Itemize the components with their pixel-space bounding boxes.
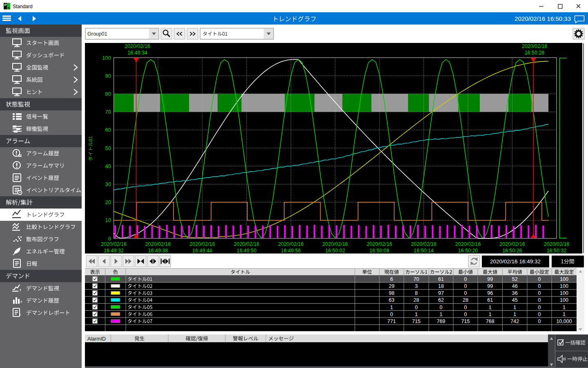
svg-text:0: 0 <box>440 305 443 310</box>
svg-text:0: 0 <box>538 283 541 289</box>
svg-text:16:49:50: 16:49:50 <box>236 248 256 254</box>
svg-text:96: 96 <box>487 290 493 296</box>
svg-text:0: 0 <box>538 319 541 324</box>
svg-text:98: 98 <box>389 290 394 296</box>
svg-text:771: 771 <box>388 319 396 324</box>
svg-text:70: 70 <box>105 109 111 115</box>
svg-text:0: 0 <box>538 297 541 303</box>
svg-text:0: 0 <box>464 312 467 317</box>
svg-text:P: P <box>4 3 7 7</box>
svg-text:16:49:44: 16:49:44 <box>192 248 212 254</box>
svg-text:769: 769 <box>437 319 445 324</box>
svg-text:63: 63 <box>389 297 394 303</box>
svg-text:100: 100 <box>560 283 568 289</box>
svg-text:61: 61 <box>487 297 493 303</box>
svg-text:2020/02/16 16:50:33: 2020/02/16 16:50:33 <box>514 15 571 22</box>
svg-text:97: 97 <box>438 290 444 296</box>
svg-text:0: 0 <box>415 305 418 310</box>
svg-text:B: B <box>8 6 10 10</box>
svg-text:50: 50 <box>105 145 111 151</box>
svg-text:1: 1 <box>563 312 566 317</box>
svg-text:742: 742 <box>510 319 519 324</box>
svg-text:29: 29 <box>389 283 394 289</box>
svg-text:61: 61 <box>438 276 444 282</box>
svg-text:16:50:14: 16:50:14 <box>414 248 434 254</box>
svg-text:36: 36 <box>512 290 518 296</box>
svg-text:16:49:38: 16:49:38 <box>148 248 168 254</box>
svg-text:0: 0 <box>464 290 467 296</box>
svg-text:2020/02/16: 2020/02/16 <box>234 241 260 247</box>
svg-text:70: 70 <box>414 276 419 282</box>
svg-text:20: 20 <box>105 199 111 205</box>
svg-text:40: 40 <box>105 163 111 169</box>
svg-text:1: 1 <box>563 305 566 310</box>
svg-text:100: 100 <box>560 276 568 282</box>
svg-text:10,000: 10,000 <box>556 319 572 324</box>
svg-text:2020/02/16: 2020/02/16 <box>522 43 548 49</box>
svg-text:16:49:32: 16:49:32 <box>104 248 124 254</box>
svg-text:2020/02/16: 2020/02/16 <box>411 241 437 247</box>
svg-text:1: 1 <box>489 305 492 310</box>
svg-text:715: 715 <box>412 319 421 324</box>
svg-text:16:50:02: 16:50:02 <box>325 248 345 254</box>
svg-text:45: 45 <box>512 297 518 303</box>
svg-text:2020/02/16: 2020/02/16 <box>278 241 304 247</box>
svg-text:2020/02/16: 2020/02/16 <box>544 241 570 247</box>
svg-text:16:50:28: 16:50:28 <box>525 50 545 56</box>
svg-text:1: 1 <box>513 305 516 310</box>
svg-text:2020/02/16: 2020/02/16 <box>125 43 150 49</box>
svg-text:8: 8 <box>415 290 418 296</box>
svg-text:100: 100 <box>560 297 568 303</box>
svg-text:3: 3 <box>415 283 418 289</box>
svg-text:18: 18 <box>438 283 444 289</box>
svg-text:2020/02/16: 2020/02/16 <box>367 241 392 247</box>
svg-text:0: 0 <box>538 305 541 310</box>
svg-text:1: 1 <box>415 312 418 317</box>
svg-text:0: 0 <box>538 312 541 317</box>
svg-text:46: 46 <box>512 283 518 289</box>
svg-text:1: 1 <box>440 312 443 317</box>
svg-text:28: 28 <box>414 297 419 303</box>
svg-text:Standard: Standard <box>13 4 33 9</box>
svg-text:0: 0 <box>538 290 541 296</box>
svg-text:100: 100 <box>102 55 111 61</box>
svg-text:2020/02/16: 2020/02/16 <box>145 241 171 247</box>
svg-text:0: 0 <box>390 312 393 317</box>
svg-text:16:50:32: 16:50:32 <box>547 248 567 254</box>
svg-text:0: 0 <box>464 283 467 289</box>
svg-text:0: 0 <box>538 276 541 282</box>
svg-text:1: 1 <box>390 305 393 310</box>
svg-text:16:49:34: 16:49:34 <box>127 50 147 56</box>
svg-text:16:50:26: 16:50:26 <box>502 248 522 254</box>
svg-text:2020/02/16: 2020/02/16 <box>499 241 525 247</box>
svg-text:16:50:08: 16:50:08 <box>370 248 390 254</box>
svg-text:30: 30 <box>105 181 111 187</box>
svg-text:90: 90 <box>105 73 111 79</box>
svg-text:99: 99 <box>487 276 493 282</box>
svg-text:10: 10 <box>105 217 111 223</box>
svg-text:768: 768 <box>486 319 494 324</box>
svg-text:2020/02/16: 2020/02/16 <box>189 241 215 247</box>
svg-text:0: 0 <box>464 276 467 282</box>
svg-text:100: 100 <box>560 290 568 296</box>
svg-text:AlarmID: AlarmID <box>87 336 106 342</box>
svg-text:0: 0 <box>464 305 467 310</box>
svg-text:6: 6 <box>390 276 393 282</box>
svg-text:16:50:20: 16:50:20 <box>458 248 478 254</box>
svg-text:0: 0 <box>108 236 111 242</box>
svg-text:60: 60 <box>105 127 111 133</box>
svg-text:52: 52 <box>512 276 518 282</box>
svg-text:1: 1 <box>489 312 492 317</box>
svg-text:Group01: Group01 <box>87 31 107 37</box>
svg-text:16:49:56: 16:49:56 <box>281 248 301 254</box>
svg-text:62: 62 <box>438 297 444 303</box>
svg-text:2020/02/16: 2020/02/16 <box>101 241 127 247</box>
svg-text:2020/02/16 16:49:32: 2020/02/16 16:49:32 <box>490 258 541 265</box>
svg-text:2020/02/16: 2020/02/16 <box>323 241 348 247</box>
svg-text:1: 1 <box>513 312 516 317</box>
svg-text:715: 715 <box>461 319 470 324</box>
svg-text:28: 28 <box>463 297 468 303</box>
svg-text:2020/02/16: 2020/02/16 <box>455 241 481 247</box>
svg-text:99: 99 <box>487 283 493 289</box>
svg-text:80: 80 <box>105 91 111 97</box>
